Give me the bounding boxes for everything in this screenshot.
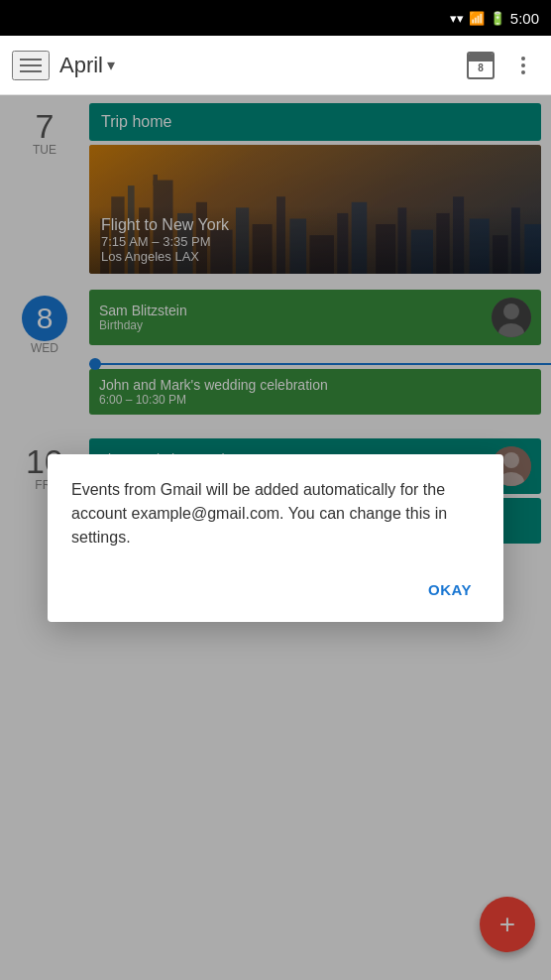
toolbar-title[interactable]: April ▾ [59,53,452,78]
chevron-down-icon: ▾ [107,56,115,74]
main-content: 7 Tue Trip home [0,95,551,980]
toolbar-actions: 8 [462,47,539,84]
toolbar: April ▾ 8 [0,36,551,95]
status-icons: ▾▾ 📶 🔋 5:00 [450,10,539,27]
dialog-okay-button[interactable]: OKAY [420,573,480,606]
dialog-overlay: Events from Gmail will be added automati… [0,95,551,980]
wifi-icon: ▾▾ [450,11,464,26]
hamburger-line-3 [20,70,42,72]
more-dot-3 [521,70,525,74]
battery-icon: 🔋 [490,11,505,26]
hamburger-line-1 [20,59,42,61]
status-bar: ▾▾ 📶 🔋 5:00 [0,0,551,36]
dialog-message: Events from Gmail will be added automati… [71,478,480,550]
hamburger-line-2 [20,64,42,66]
signal-icon: 📶 [469,11,485,26]
calendar-day-number: 8 [478,62,484,73]
more-dot-2 [521,63,525,67]
calendar-icon: 8 [467,52,495,79]
gmail-events-dialog: Events from Gmail will be added automati… [48,454,503,622]
more-dot-1 [521,57,525,61]
more-options-button[interactable] [507,50,539,81]
calendar-today-button[interactable]: 8 [462,47,499,84]
dialog-actions: OKAY [71,573,480,606]
hamburger-menu-button[interactable] [12,51,50,80]
month-label: April [59,53,103,78]
calendar-icon-top [469,54,493,61]
status-time: 5:00 [510,10,539,27]
